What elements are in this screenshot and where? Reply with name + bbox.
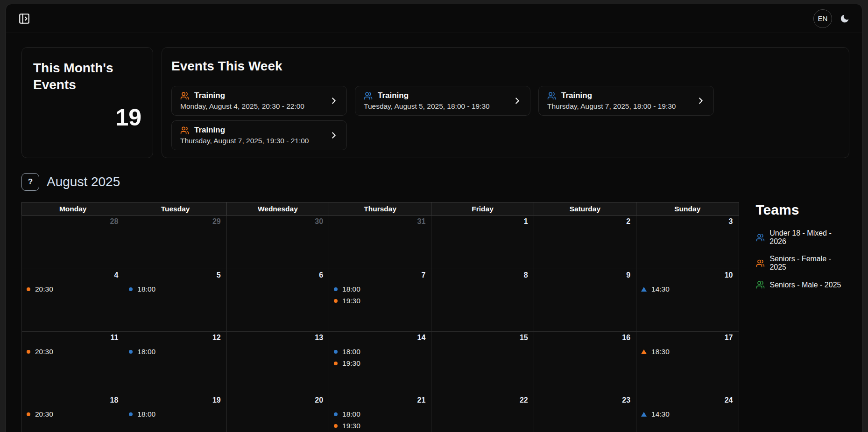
calendar-event[interactable]: 19:30 [334,359,425,368]
month-events-title: This Month's Events [33,60,141,94]
event-card[interactable]: TrainingThursday, August 7, 2025, 19:30 … [171,120,347,150]
day-cell[interactable]: 8 [431,269,534,332]
training-marker-icon [334,362,338,365]
day-cell[interactable]: 13 [226,332,329,394]
day-events: 18:00 [129,348,220,356]
event-title-row: Training [364,91,490,100]
sidebar-toggle-button[interactable] [18,13,30,25]
calendar-event[interactable]: 20:30 [27,285,118,293]
training-marker-icon [129,412,133,416]
users-icon [180,91,189,100]
calendar-event[interactable]: 18:00 [334,348,425,356]
day-number: 22 [436,396,528,404]
calendar-event[interactable]: 14:30 [641,410,733,418]
event-time: 18:30 [651,348,670,356]
day-cell[interactable]: 29 [124,216,226,269]
day-cell[interactable]: 28 [22,216,124,269]
day-cell[interactable]: 15 [431,332,534,394]
day-cell[interactable]: 1 [431,216,534,269]
team-item[interactable]: Under 18 - Mixed - 2026 [756,229,850,246]
calendar-event[interactable]: 18:00 [129,410,220,418]
team-label: Seniors - Female - 2025 [769,255,849,272]
calendar-event[interactable]: 19:30 [334,422,425,430]
event-time: 20:30 [35,348,53,356]
event-card[interactable]: TrainingTuesday, August 5, 2025, 18:00 -… [355,86,530,116]
team-item[interactable]: Seniors - Male - 2025 [756,280,850,289]
day-cell[interactable]: 1418:0019:30 [329,332,431,394]
day-events: 18:00 [129,410,220,418]
day-cell[interactable]: 1014:30 [636,269,739,332]
day-cell[interactable]: 16 [534,332,636,394]
calendar-event[interactable]: 19:30 [334,297,425,305]
day-events: 20:30 [27,410,118,418]
team-item[interactable]: Seniors - Female - 2025 [756,255,850,272]
day-cell[interactable]: 420:30 [22,269,124,332]
event-info: TrainingMonday, August 4, 2025, 20:30 - … [180,91,304,111]
day-cell[interactable]: 31 [329,216,431,269]
users-icon [547,91,556,100]
language-button[interactable]: EN [813,9,832,28]
teams-list: Under 18 - Mixed - 2026Seniors - Female … [756,229,850,289]
event-title: Training [194,125,225,135]
weekday-header: Saturday [534,202,636,216]
calendar-grid: MondayTuesdayWednesdayThursdayFridaySatu… [21,202,739,432]
calendar-event[interactable]: 18:00 [129,348,220,356]
weekday-header: Friday [431,202,534,216]
calendar-event[interactable]: 18:00 [129,285,220,293]
calendar-event[interactable]: 20:30 [27,410,118,418]
event-time: 19:30 [342,422,360,430]
week-events-card: Events This Week TrainingMonday, August … [162,47,849,158]
calendar-header: ? August 2025 [21,173,849,191]
day-cell[interactable]: 22 [431,394,534,432]
team-label: Seniors - Male - 2025 [770,281,841,289]
weekday-header-row: MondayTuesdayWednesdayThursdayFridaySatu… [22,202,739,216]
event-card[interactable]: TrainingMonday, August 4, 2025, 20:30 - … [171,86,347,116]
day-number: 5 [129,271,220,279]
day-events: 20:30 [27,285,118,293]
day-cell[interactable]: 1218:00 [124,332,226,394]
weekday-header: Tuesday [124,202,226,216]
calendar-event[interactable]: 20:30 [27,348,118,356]
week-row: 28293031123 [22,216,739,269]
day-number: 16 [539,334,630,342]
day-cell[interactable]: 30 [226,216,329,269]
calendar-event[interactable]: 18:00 [334,410,425,418]
day-cell[interactable]: 518:00 [124,269,226,332]
day-cell[interactable]: 23 [534,394,636,432]
calendar-title: August 2025 [47,174,120,189]
day-cell[interactable]: 20 [226,394,329,432]
calendar-event[interactable]: 18:30 [641,348,733,356]
day-number: 6 [232,271,323,279]
day-cell[interactable]: 3 [636,216,739,269]
day-cell[interactable]: 2118:0019:30 [329,394,431,432]
panel-left-open-icon [18,13,30,25]
help-button[interactable]: ? [21,173,39,191]
day-cell[interactable]: 718:0019:30 [329,269,431,332]
day-cell[interactable]: 6 [226,269,329,332]
training-marker-icon [27,350,30,354]
day-cell[interactable]: 2414:30 [636,394,739,432]
day-number: 30 [232,217,323,226]
day-cell[interactable]: 1918:00 [124,394,226,432]
week-row: 1120:301218:00131418:0019:3015161718:30 [22,332,739,394]
event-card[interactable]: TrainingThursday, August 7, 2025, 18:00 … [538,86,714,116]
event-time: 18:00 [342,410,360,418]
day-number: 14 [334,334,425,342]
day-cell[interactable]: 9 [534,269,636,332]
calendar-event[interactable]: 18:00 [334,285,425,293]
calendar-event[interactable]: 14:30 [641,285,733,293]
event-info: TrainingTuesday, August 5, 2025, 18:00 -… [364,91,490,111]
day-cell[interactable]: 2 [534,216,636,269]
day-number: 7 [334,271,425,279]
event-title: Training [378,91,409,100]
theme-toggle-button[interactable] [840,14,850,24]
day-number: 9 [539,271,630,279]
event-title: Training [561,91,592,100]
day-events: 14:30 [641,410,733,418]
day-cell[interactable]: 1718:30 [636,332,739,394]
training-marker-icon [129,287,133,291]
day-cell[interactable]: 1820:30 [22,394,124,432]
day-cell[interactable]: 1120:30 [22,332,124,394]
event-time: 14:30 [651,285,670,293]
day-number: 2 [539,217,630,226]
